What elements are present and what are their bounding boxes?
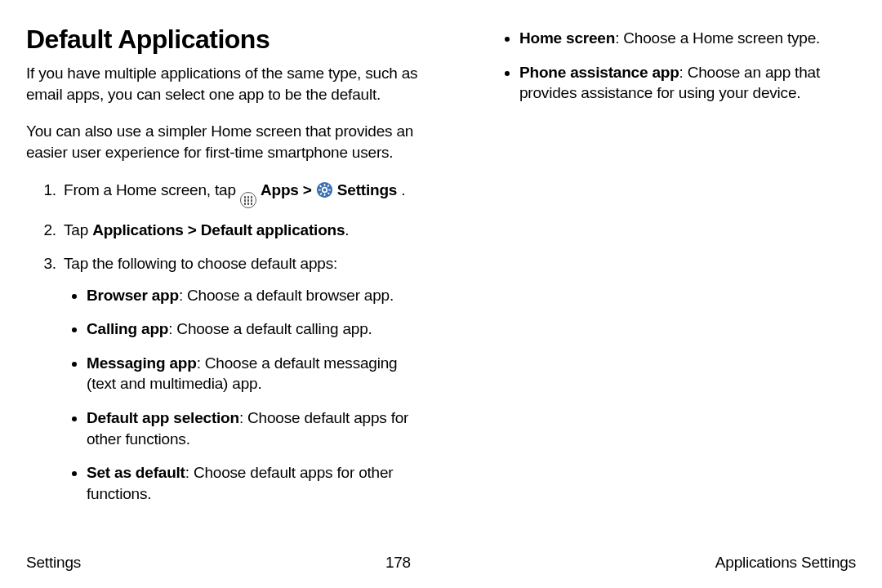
step1-apps: Apps (261, 181, 299, 198)
bullet-desc: : Choose a Home screen type. (615, 29, 820, 47)
step1-pre: From a Home screen, tap (64, 181, 240, 198)
step-3: Tap the following to choose default apps… (60, 253, 418, 505)
footer-left: Settings (26, 554, 81, 572)
intro-paragraph-2: You can also use a simpler Home screen t… (26, 121, 418, 163)
bullet-messaging-app: Messaging app: Choose a default messagin… (87, 353, 418, 394)
bullet-browser-app: Browser app: Choose a default browser ap… (87, 285, 418, 306)
bullet-desc: : Choose a default calling app. (168, 320, 372, 337)
right-bullets: Home screen: Choose a Home screen type. … (464, 28, 856, 104)
step-1: From a Home screen, tap Apps > (60, 180, 418, 209)
bullet-set-as-default: Set as default: Choose default apps for … (87, 462, 418, 504)
step2-end: . (345, 221, 349, 238)
bullet-term: Set as default (87, 464, 185, 481)
bullet-home-screen: Home screen: Choose a Home screen type. (519, 28, 856, 49)
bullet-term: Calling app (87, 320, 168, 337)
step3-bullets: Browser app: Choose a default browser ap… (64, 285, 418, 505)
bullet-term: Messaging app (87, 354, 197, 372)
bullet-desc: : Choose a default browser app. (179, 287, 394, 304)
steps-list: From a Home screen, tap Apps > (26, 180, 418, 505)
bullet-calling-app: Calling app: Choose a default calling ap… (87, 318, 418, 340)
step1-sep: > (303, 181, 316, 198)
step2-bold: Applications > Default applications (92, 221, 345, 238)
step1-end: . (401, 181, 405, 198)
svg-rect-4 (318, 189, 321, 190)
svg-rect-3 (323, 194, 325, 196)
right-column: Home screen: Choose a Home screen type. … (464, 24, 856, 547)
document-page: Default Applications If you have multipl… (0, 0, 882, 588)
apps-icon (240, 183, 256, 209)
intro-paragraph-1: If you have multiple applications of the… (26, 63, 418, 105)
bullet-term: Home screen (519, 29, 615, 47)
two-column-body: Default Applications If you have multipl… (26, 24, 856, 547)
bullet-phone-assistance-app: Phone assistance app: Choose an app that… (519, 62, 856, 104)
page-footer: Settings 178 Applications Settings (26, 547, 856, 572)
bullet-term: Phone assistance app (519, 64, 679, 81)
svg-rect-5 (328, 189, 331, 190)
gear-icon (316, 181, 333, 205)
bullet-term: Default app selection (87, 409, 239, 426)
bullet-default-app-selection: Default app selection: Choose default ap… (87, 408, 418, 449)
step1-settings: Settings (337, 181, 397, 198)
step3-text: Tap the following to choose default apps… (64, 255, 337, 272)
footer-right: Applications Settings (715, 554, 856, 572)
left-column: Default Applications If you have multipl… (26, 24, 418, 547)
step-2: Tap Applications > Default applications. (60, 220, 418, 242)
bullet-term: Browser app (87, 287, 179, 304)
page-title: Default Applications (26, 24, 418, 55)
svg-rect-2 (323, 184, 325, 186)
step2-pre: Tap (64, 221, 92, 238)
footer-page-number: 178 (385, 554, 411, 572)
svg-point-1 (322, 187, 327, 192)
